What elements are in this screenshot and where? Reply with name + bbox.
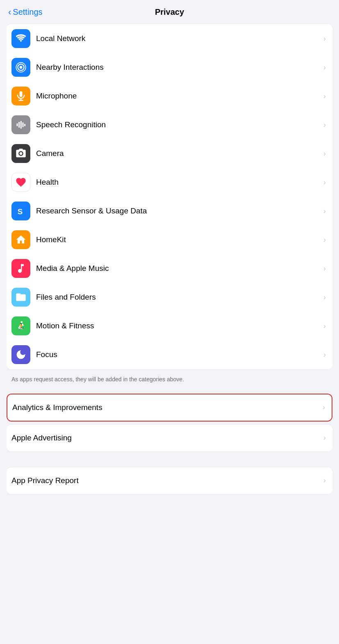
- svg-text:🏃: 🏃: [17, 323, 25, 330]
- focus-chevron: ›: [323, 351, 326, 359]
- health-label: Health: [36, 178, 321, 187]
- list-item-app-privacy-report[interactable]: App Privacy Report ›: [7, 468, 332, 494]
- homekit-chevron: ›: [323, 236, 326, 244]
- app-privacy-report-chevron: ›: [323, 476, 326, 485]
- camera-chevron: ›: [323, 149, 326, 158]
- media-apple-music-icon: [15, 263, 27, 274]
- microphone-chevron: ›: [323, 92, 326, 101]
- files-folders-icon: [15, 291, 27, 303]
- apple-advertising-chevron: ›: [323, 433, 326, 442]
- svg-text:S: S: [18, 207, 23, 216]
- svg-rect-3: [20, 91, 23, 97]
- footer-note: As apps request access, they will be add…: [0, 372, 339, 390]
- svg-rect-9: [23, 122, 24, 127]
- analytics-label: Analytics & Improvements: [12, 403, 320, 412]
- nearby-interactions-icon-wrap: [11, 58, 30, 77]
- list-item-camera[interactable]: Camera ›: [7, 139, 332, 168]
- privacy-list-section: Local Network › Nearby Interactions › Mi…: [7, 24, 332, 369]
- camera-icon: [15, 148, 27, 159]
- back-label: Settings: [13, 7, 42, 17]
- list-item-speech-recognition[interactable]: Speech Recognition ›: [7, 110, 332, 139]
- focus-label: Focus: [36, 350, 321, 359]
- list-item-focus[interactable]: Focus ›: [7, 340, 332, 369]
- list-item-nearby-interactions[interactable]: Nearby Interactions ›: [7, 53, 332, 82]
- focus-icon-wrap: [11, 345, 30, 364]
- list-item-local-network[interactable]: Local Network ›: [7, 24, 332, 53]
- speech-recognition-label: Speech Recognition: [36, 120, 321, 129]
- camera-icon-wrap: [11, 144, 30, 163]
- list-item-motion-fitness[interactable]: 🏃 Motion & Fitness ›: [7, 312, 332, 340]
- local-network-label: Local Network: [36, 34, 321, 43]
- speech-recognition-icon: [15, 119, 27, 131]
- apple-advertising-section: Apple Advertising ›: [7, 425, 332, 451]
- page-title: Privacy: [155, 7, 184, 17]
- svg-point-0: [20, 66, 23, 69]
- local-network-chevron: ›: [323, 34, 326, 43]
- focus-icon: [15, 349, 27, 360]
- camera-label: Camera: [36, 149, 321, 158]
- local-network-icon: [15, 33, 27, 44]
- speech-recognition-chevron: ›: [323, 121, 326, 129]
- list-item-files-folders[interactable]: Files and Folders ›: [7, 283, 332, 312]
- research-sensor-icon-wrap: S: [11, 202, 30, 220]
- motion-fitness-chevron: ›: [323, 322, 326, 330]
- microphone-icon-wrap: [11, 87, 30, 105]
- nearby-interactions-label: Nearby Interactions: [36, 63, 321, 72]
- research-sensor-chevron: ›: [323, 207, 326, 215]
- analytics-chevron: ›: [323, 403, 325, 412]
- motion-fitness-label: Motion & Fitness: [36, 321, 321, 330]
- analytics-section: Analytics & Improvements ›: [7, 394, 332, 422]
- files-folders-icon-wrap: [11, 288, 30, 307]
- nearby-interactions-chevron: ›: [323, 63, 326, 72]
- media-apple-music-icon-wrap: [11, 259, 30, 278]
- list-item-apple-advertising[interactable]: Apple Advertising ›: [7, 425, 332, 451]
- header: ‹ Settings Privacy: [0, 0, 339, 21]
- local-network-icon-wrap: [11, 29, 30, 48]
- back-button[interactable]: ‹ Settings: [8, 7, 43, 18]
- list-item-analytics[interactable]: Analytics & Improvements ›: [7, 394, 332, 421]
- homekit-icon-wrap: [11, 230, 30, 249]
- svg-rect-6: [17, 124, 18, 126]
- media-apple-music-label: Media & Apple Music: [36, 264, 321, 273]
- health-icon-wrap: [11, 173, 30, 192]
- homekit-icon: [15, 234, 27, 245]
- list-item-homekit[interactable]: HomeKit ›: [7, 225, 332, 254]
- research-sensor-icon: S: [15, 205, 27, 217]
- svg-rect-7: [18, 122, 20, 128]
- svg-rect-10: [24, 124, 25, 126]
- motion-fitness-icon: 🏃: [15, 320, 27, 332]
- microphone-icon: [15, 90, 27, 102]
- microphone-label: Microphone: [36, 92, 321, 101]
- back-chevron-icon: ‹: [8, 7, 11, 18]
- health-chevron: ›: [323, 178, 326, 187]
- list-item-media-apple-music[interactable]: Media & Apple Music ›: [7, 254, 332, 283]
- homekit-label: HomeKit: [36, 235, 321, 244]
- svg-rect-8: [20, 121, 22, 129]
- nearby-interactions-icon: [15, 62, 27, 73]
- motion-fitness-icon-wrap: 🏃: [11, 316, 30, 335]
- health-icon: [15, 176, 27, 188]
- list-item-microphone[interactable]: Microphone ›: [7, 82, 332, 110]
- list-item-research-sensor[interactable]: S Research Sensor & Usage Data ›: [7, 197, 332, 225]
- app-privacy-report-label: App Privacy Report: [11, 476, 321, 485]
- speech-recognition-icon-wrap: [11, 115, 30, 134]
- files-folders-label: Files and Folders: [36, 293, 321, 302]
- research-sensor-label: Research Sensor & Usage Data: [36, 206, 321, 215]
- files-folders-chevron: ›: [323, 293, 326, 302]
- apple-advertising-label: Apple Advertising: [11, 433, 321, 442]
- list-item-health[interactable]: Health ›: [7, 168, 332, 197]
- media-apple-music-chevron: ›: [323, 264, 326, 273]
- app-privacy-report-section: App Privacy Report ›: [7, 468, 332, 494]
